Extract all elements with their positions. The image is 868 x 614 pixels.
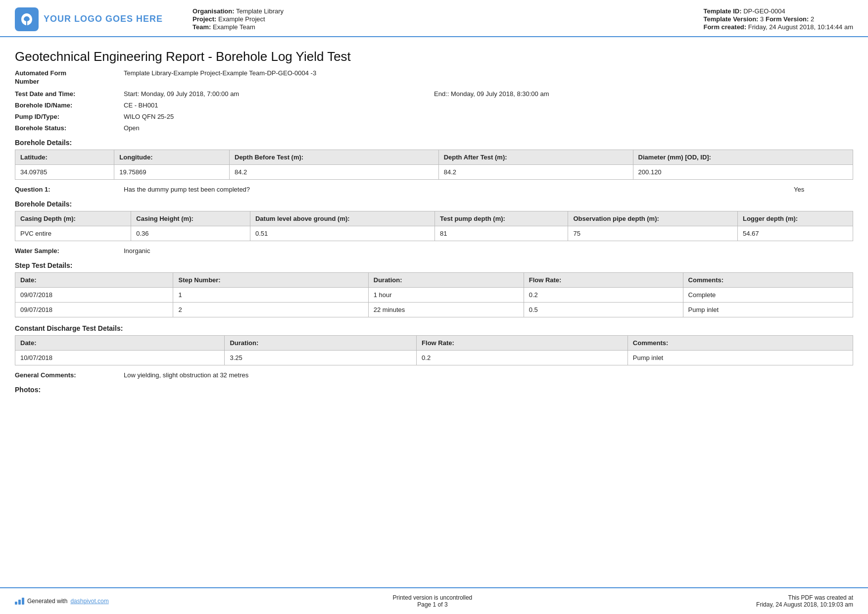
question1-row: Question 1: Has the dummy pump test been… <box>15 186 853 193</box>
project-value: Example Project <box>218 15 265 23</box>
form-created-value: Friday, 24 August 2018, 10:14:44 am <box>748 23 853 31</box>
col-step-number: Step Number: <box>173 272 368 287</box>
list-item: 09/07/2018 <box>15 287 173 302</box>
borehole-status-label: Borehole Status: <box>15 124 124 132</box>
org-line: Organisation: Template Library <box>193 7 703 15</box>
template-version-value: 3 <box>760 15 764 23</box>
list-item: 2 <box>173 302 368 317</box>
general-comments-label: General Comments: <box>15 371 124 379</box>
logo-area: YOUR LOGO GOES HERE <box>15 7 163 31</box>
table-row: 09/07/2018222 minutes0.5Pump inlet <box>15 302 853 317</box>
logo-text: YOUR LOGO GOES HERE <box>44 14 163 24</box>
list-item: 22 minutes <box>368 302 524 317</box>
list-item: 0.2 <box>524 287 683 302</box>
header-right: Template ID: DP-GEO-0004 Template Versio… <box>703 7 853 31</box>
team-line: Team: Example Team <box>193 23 703 31</box>
col-date: Date: <box>15 272 173 287</box>
cell-depth-before: 84.2 <box>230 164 439 179</box>
template-version-label: Template Version: <box>703 15 758 23</box>
col-diameter: Diameter (mm) [OD, ID]: <box>633 150 853 164</box>
org-label: Organisation: <box>193 7 235 15</box>
question1-label: Question 1: <box>15 186 124 193</box>
borehole-id-row: Borehole ID/Name: CE - BH001 <box>15 102 853 109</box>
footer-bar-icon <box>15 598 24 605</box>
cell-datum-level: 0.51 <box>250 226 434 241</box>
table-row: 09/07/201811 hour0.2Complete <box>15 287 853 302</box>
team-label: Team: <box>193 23 211 31</box>
bar3 <box>22 598 24 605</box>
col-longitude: Longitude: <box>114 150 230 164</box>
col-cd-flow-rate: Flow Rate: <box>417 335 628 350</box>
footer-generated-text: Generated with <box>27 598 67 605</box>
step-test-header-row: Date: Step Number: Duration: Flow Rate: … <box>15 272 853 287</box>
pump-id-label: Pump ID/Type: <box>15 113 124 120</box>
report-title: Geotechnical Engineering Report - Boreho… <box>15 49 853 64</box>
question1-text: Has the dummy pump test been completed? <box>124 186 784 193</box>
borehole-status-value: Open <box>124 124 853 132</box>
cell-test-pump-depth: 81 <box>435 226 568 241</box>
list-item: 1 <box>173 287 368 302</box>
footer-link[interactable]: dashpivot.com <box>70 598 108 605</box>
col-cd-date: Date: <box>15 335 225 350</box>
footer-right: This PDF was created at Friday, 24 Augus… <box>756 594 853 608</box>
table-row: PVC entire 0.36 0.51 81 75 54.67 <box>15 226 853 241</box>
step-test-table: Date: Step Number: Duration: Flow Rate: … <box>15 272 853 317</box>
table-row: 10/07/20183.250.2Pump inlet <box>15 350 853 365</box>
org-value: Template Library <box>236 7 284 15</box>
form-created-label: Form created: <box>703 23 746 31</box>
col-cd-duration: Duration: <box>225 335 417 350</box>
constant-discharge-heading: Constant Discharge Test Details: <box>15 324 853 332</box>
test-date-row: Test Date and Time: Start: Monday, 09 Ju… <box>15 90 853 98</box>
water-sample-label: Water Sample: <box>15 247 124 255</box>
borehole-details-1-header-row: Latitude: Longitude: Depth Before Test (… <box>15 150 853 164</box>
team-value: Example Team <box>213 23 255 31</box>
footer-center: Printed version is uncontrolled Page 1 o… <box>393 594 473 608</box>
logo-svg <box>19 11 35 27</box>
footer-center-line2: Page 1 of 3 <box>393 601 473 608</box>
cell-longitude: 19.75869 <box>114 164 230 179</box>
cell-depth-after: 84.2 <box>438 164 633 179</box>
col-datum-level: Datum level above ground (m): <box>250 211 434 226</box>
list-item: 1 hour <box>368 287 524 302</box>
col-test-pump-depth: Test pump depth (m): <box>435 211 568 226</box>
start-label: Start: <box>124 90 141 98</box>
borehole-details-1-heading: Borehole Details: <box>15 139 853 147</box>
water-sample-row: Water Sample: Inorganic <box>15 247 853 255</box>
cell-casing-depth: PVC entire <box>15 226 131 241</box>
constant-discharge-body: 10/07/20183.250.2Pump inlet <box>15 350 853 365</box>
end-value: Monday, 09 July 2018, 8:30:00 am <box>451 90 549 98</box>
borehole-id-value: CE - BH001 <box>124 102 853 109</box>
borehole-id-label: Borehole ID/Name: <box>15 102 124 109</box>
borehole-details-2-table: Casing Depth (m): Casing Height (m): Dat… <box>15 211 853 241</box>
borehole-status-row: Borehole Status: Open <box>15 124 853 132</box>
header-center: Organisation: Template Library Project: … <box>163 7 703 31</box>
test-date-label: Test Date and Time: <box>15 90 124 98</box>
list-item: 0.5 <box>524 302 683 317</box>
step-test-heading: Step Test Details: <box>15 261 853 269</box>
form-created-line: Form created: Friday, 24 August 2018, 10… <box>703 23 853 31</box>
footer-left: Generated with dashpivot.com <box>15 598 109 605</box>
col-logger-depth: Logger depth (m): <box>737 211 853 226</box>
col-flow-rate: Flow Rate: <box>524 272 683 287</box>
project-label: Project: <box>193 15 216 23</box>
constant-discharge-header-row: Date: Duration: Flow Rate: Comments: <box>15 335 853 350</box>
template-id-line: Template ID: DP-GEO-0004 <box>703 7 853 15</box>
list-item: 09/07/2018 <box>15 302 173 317</box>
col-cd-comments: Comments: <box>627 335 853 350</box>
cell-diameter: 200.120 <box>633 164 853 179</box>
automated-form-value: Template Library-Example Project-Example… <box>124 69 316 86</box>
photos-heading: Photos: <box>15 386 853 394</box>
start-value: Monday, 09 July 2018, 7:00:00 am <box>141 90 240 98</box>
pump-id-value: WILO QFN 25-25 <box>124 113 853 120</box>
template-id-value: DP-GEO-0004 <box>743 7 785 15</box>
footer: Generated with dashpivot.com Printed ver… <box>0 587 868 614</box>
general-comments-row: General Comments: Low yielding, slight o… <box>15 371 853 379</box>
list-item: Pump inlet <box>683 302 853 317</box>
test-date-col1: Test Date and Time: Start: Monday, 09 Ju… <box>15 90 434 98</box>
header: YOUR LOGO GOES HERE Organisation: Templa… <box>0 0 868 37</box>
col-depth-before: Depth Before Test (m): <box>230 150 439 164</box>
test-date-end: End:: Monday, 09 July 2018, 8:30:00 am <box>434 90 853 98</box>
test-date-col2: End:: Monday, 09 July 2018, 8:30:00 am <box>434 90 853 98</box>
water-sample-value: Inorganic <box>124 247 853 255</box>
bar2 <box>18 600 21 605</box>
